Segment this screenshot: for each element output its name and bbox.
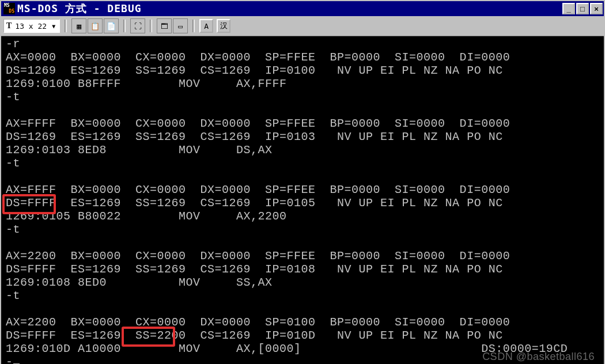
settings-group: 🗔 ▭ — [157, 18, 188, 33]
properties-button[interactable]: 🗔 — [157, 18, 172, 33]
terminal-line: 1269:0100 B8FFFF MOV AX,FFFF — [6, 77, 599, 90]
terminal-line: 1269:0103 8ED8 MOV DS,AX — [6, 143, 599, 157]
terminal-line: -t — [6, 157, 599, 170]
mark-icon: ▦ — [77, 22, 81, 31]
terminal-line — [6, 302, 599, 316]
font-icon: T — [5, 21, 13, 31]
terminal-line: 1269:0105 B80022 MOV AX,2200 — [6, 210, 599, 223]
terminal-line: DS=1269 ES=1269 SS=1269 CS=1269 IP=0103 … — [6, 130, 599, 143]
properties-icon: 🗔 — [161, 22, 168, 31]
font-size-label: 13 x 22 — [13, 22, 49, 31]
close-icon: × — [594, 5, 599, 13]
toolbar-separator — [192, 20, 195, 32]
terminal-line: -r — [6, 37, 599, 51]
copy-icon: 📋 — [90, 22, 100, 31]
terminal-line — [6, 170, 599, 183]
terminal-line: DS=FFFF ES=1269 SS=1269 CS=1269 IP=0108 … — [6, 263, 599, 276]
terminal-line: -t — [6, 90, 599, 104]
titlebar[interactable]: MS DS MS-DOS 方式 - DEBUG _ □ × — [1, 1, 604, 16]
chinese-icon: 汉 — [220, 21, 228, 31]
chevron-down-icon: ▼ — [49, 23, 58, 29]
terminal-line: AX=2200 BX=0000 CX=0000 DX=0000 SP=FFEE … — [6, 249, 599, 263]
ime-button[interactable]: 汉 — [217, 19, 230, 33]
toolbar: T 13 x 22 ▼ ▦ 📋 📄 ⛶ 🗔 ▭ A 汉 — [1, 16, 604, 36]
window-title: MS-DOS 方式 - DEBUG — [17, 2, 562, 16]
icon-text-ms: MS — [4, 3, 10, 8]
terminal-line: 1269:0108 8ED0 MOV SS,AX — [6, 276, 599, 289]
maximize-button[interactable]: □ — [576, 3, 589, 14]
terminal-line — [6, 104, 599, 117]
msdos-icon[interactable]: MS DS — [3, 3, 15, 14]
minimize-button[interactable]: _ — [562, 3, 575, 14]
maximize-icon: □ — [580, 5, 585, 13]
terminal-line: AX=FFFF BX=0000 CX=0000 DX=0000 SP=FFEE … — [6, 183, 599, 196]
minimize-icon: _ — [566, 5, 570, 13]
font-a-icon: A — [204, 22, 209, 31]
fullscreen-button[interactable]: ⛶ — [130, 18, 145, 33]
terminal-line: -t — [6, 289, 599, 302]
terminal-line: DS=FFFF ES=1269 SS=1269 CS=1269 IP=0105 … — [6, 196, 599, 210]
dos-window: MS DS MS-DOS 方式 - DEBUG _ □ × T 13 x 22 … — [0, 0, 605, 364]
terminal-line — [6, 236, 599, 249]
background-button[interactable]: ▭ — [173, 18, 188, 33]
clipboard-group: ▦ 📋 📄 — [71, 18, 119, 33]
terminal-line: 1269:010D A10000 MOV AX,[0000] DS:0000=1… — [6, 342, 599, 355]
copy-button[interactable]: 📋 — [88, 18, 103, 33]
icon-text-ds: DS — [9, 9, 14, 14]
background-icon: ▭ — [178, 22, 183, 31]
toolbar-separator — [65, 20, 67, 32]
terminal-line: -t — [6, 223, 599, 236]
close-button[interactable]: × — [590, 3, 603, 14]
mark-button[interactable]: ▦ — [71, 18, 86, 33]
terminal-line: DS=1269 ES=1269 SS=1269 CS=1269 IP=0100 … — [6, 64, 599, 77]
font-button[interactable]: A — [199, 19, 213, 33]
terminal-line: DS=FFFF ES=1269 SS=2200 CS=1269 IP=010D … — [6, 329, 599, 342]
terminal-line: - — [6, 355, 599, 364]
window-controls: _ □ × — [562, 3, 603, 14]
toolbar-separator — [123, 20, 126, 32]
terminal-line: AX=2200 BX=0000 CX=0000 DX=0000 SP=0100 … — [6, 316, 599, 329]
terminal-output[interactable]: -rAX=0000 BX=0000 CX=0000 DX=0000 SP=FFE… — [1, 36, 604, 364]
fullscreen-icon: ⛶ — [134, 22, 142, 31]
paste-button[interactable]: 📄 — [104, 18, 119, 33]
terminal-line: AX=0000 BX=0000 CX=0000 DX=0000 SP=FFEE … — [6, 51, 599, 64]
toolbar-separator — [150, 20, 152, 32]
terminal-line: AX=FFFF BX=0000 CX=0000 DX=0000 SP=FFEE … — [6, 117, 599, 130]
font-size-dropdown[interactable]: T 13 x 22 ▼ — [3, 19, 60, 33]
paste-icon: 📄 — [107, 22, 116, 31]
